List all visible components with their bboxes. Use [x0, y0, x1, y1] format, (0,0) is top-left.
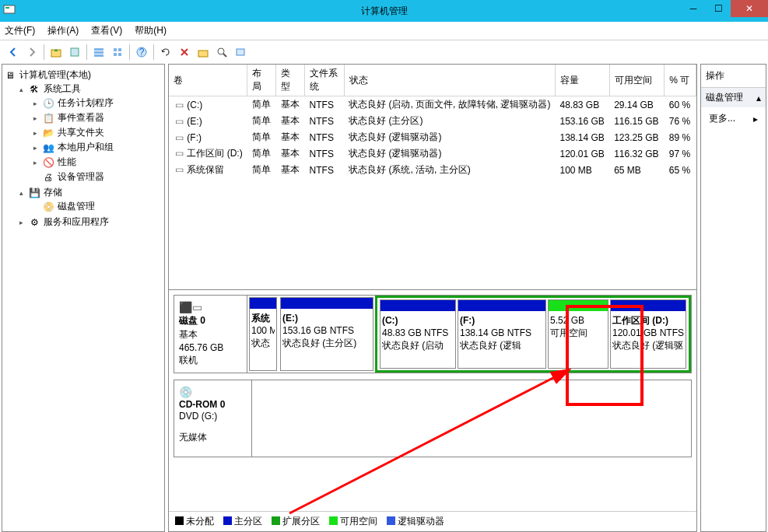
table-row[interactable]: ▭ (F:)简单基本NTFS状态良好 (逻辑驱动器)138.14 GB123.2… — [169, 129, 696, 145]
minimize-button[interactable]: ─ — [681, 0, 706, 17]
partition-c[interactable]: (C:)48.83 GB NTFS状态良好 (启动 — [380, 299, 456, 369]
legend-logical: 逻辑驱动器 — [387, 515, 444, 528]
menu-view[interactable]: 查看(V) — [91, 24, 122, 37]
partition-d[interactable]: 工作区间 (D:)120.01 GB NTFS状态良好 (逻辑驱 — [610, 299, 686, 369]
chevron-right-icon: ▸ — [753, 114, 758, 124]
col-free[interactable]: 可用空间 — [609, 65, 665, 96]
expand-icon[interactable]: ▸ — [32, 100, 39, 107]
table-row[interactable]: ▭ 工作区间 (D:)简单基本NTFS状态良好 (逻辑驱动器)120.01 GB… — [169, 145, 696, 162]
svg-point-14 — [218, 48, 224, 54]
svg-rect-0 — [4, 5, 15, 13]
title-bar: 计算机管理 ─ ☐ ✕ — [0, 0, 768, 22]
gear-icon: ⚙ — [28, 216, 40, 229]
legend-free: 可用空间 — [329, 515, 377, 528]
volume-table-wrap[interactable]: 卷 布局 类型 文件系统 状态 容量 可用空间 % 可 ▭ (C:)简单基本NT… — [169, 65, 696, 290]
properties-button[interactable] — [66, 44, 83, 61]
expand-icon[interactable]: ▸ — [32, 144, 39, 151]
svg-rect-5 — [94, 51, 103, 54]
disk-state: 无媒体 — [179, 431, 247, 444]
delete-icon[interactable] — [176, 44, 193, 61]
disk-partitions: 系统100 MB状态 (E:)153.16 GB NTFS状态良好 (主分区) … — [247, 296, 691, 373]
show-hide-tree-button[interactable] — [90, 44, 107, 61]
col-status[interactable]: 状态 — [344, 65, 555, 96]
col-layout[interactable]: 布局 — [247, 65, 276, 96]
tree-storage[interactable]: ▴💾存储 — [18, 186, 163, 199]
partition-system-reserved[interactable]: 系统100 MB状态 — [249, 297, 277, 371]
col-volume[interactable]: 卷 — [169, 65, 247, 96]
tree-event-viewer[interactable]: ▸📋事件查看器 — [32, 111, 163, 124]
col-capacity[interactable]: 容量 — [555, 65, 609, 96]
tree-local-users[interactable]: ▸👥本地用户和组 — [32, 141, 163, 154]
table-row[interactable]: ▭ (E:)简单基本NTFS状态良好 (主分区)153.16 GB116.15 … — [169, 113, 696, 129]
toolbar: ? — [0, 40, 768, 64]
svg-rect-7 — [114, 48, 117, 51]
action-more[interactable]: 更多...▸ — [701, 107, 766, 130]
partition-bar — [458, 300, 545, 311]
expand-icon[interactable]: ▸ — [32, 159, 39, 166]
folder-icon: 📂 — [42, 127, 54, 139]
back-button[interactable] — [5, 44, 22, 61]
disk-row-0[interactable]: ⬛▭ 磁盘 0 基本 465.76 GB 联机 系统100 MB状态 (E:)1… — [174, 295, 692, 373]
tree-services[interactable]: ▸⚙服务和应用程序 — [18, 215, 163, 229]
disk-map[interactable]: ⬛▭ 磁盘 0 基本 465.76 GB 联机 系统100 MB状态 (E:)1… — [169, 290, 696, 511]
expand-icon[interactable]: ▸ — [18, 219, 25, 226]
tree-pane[interactable]: 🖥计算机管理(本地) ▴🛠系统工具 ▸🕒任务计划程序 ▸📋事件查看器 ▸📂共享文… — [2, 64, 165, 532]
col-fs[interactable]: 文件系统 — [305, 65, 345, 96]
svg-rect-15 — [237, 49, 244, 55]
disk-type: 基本 — [179, 328, 242, 341]
partition-free[interactable]: 5.52 GB可用空间 — [548, 299, 608, 369]
perf-icon: 🚫 — [42, 156, 54, 169]
volume-table[interactable]: 卷 布局 类型 文件系统 状态 容量 可用空间 % 可 ▭ (C:)简单基本NT… — [169, 65, 696, 178]
expand-icon[interactable]: ▸ — [32, 129, 39, 136]
table-row[interactable]: ▭ (C:)简单基本NTFS状态良好 (启动, 页面文件, 故障转储, 逻辑驱动… — [169, 96, 696, 114]
disk-row-cdrom[interactable]: 💿 CD-ROM 0 DVD (G:) 无媒体 — [174, 380, 692, 457]
event-icon: 📋 — [42, 112, 54, 124]
legend-extended: 扩展分区 — [272, 515, 320, 528]
menu-file[interactable]: 文件(F) — [5, 24, 35, 37]
tree-task-scheduler[interactable]: ▸🕒任务计划程序 — [32, 96, 163, 110]
tree-root[interactable]: 🖥计算机管理(本地) — [4, 68, 163, 82]
clock-icon: 🕒 — [42, 97, 54, 110]
col-type[interactable]: 类型 — [276, 65, 305, 96]
help-button[interactable]: ? — [133, 44, 150, 61]
disk-header[interactable]: 💿 CD-ROM 0 DVD (G:) 无媒体 — [174, 380, 252, 457]
disk-type: DVD (G:) — [179, 411, 247, 422]
up-button[interactable] — [47, 44, 65, 61]
expand-icon[interactable]: ▸ — [32, 114, 39, 121]
action-pane: 操作 磁盘管理▴ 更多...▸ — [700, 64, 766, 532]
partition-bar — [281, 298, 373, 309]
col-percent[interactable]: % 可 — [665, 65, 696, 96]
tree-system-tools[interactable]: ▴🛠系统工具 — [18, 82, 163, 96]
legend-primary: 主分区 — [223, 515, 262, 528]
main-area: 🖥计算机管理(本地) ▴🛠系统工具 ▸🕒任务计划程序 ▸📋事件查看器 ▸📂共享文… — [0, 64, 768, 532]
view-button[interactable] — [109, 44, 126, 61]
partition-e[interactable]: (E:)153.16 GB NTFS状态良好 (主分区) — [280, 297, 373, 371]
tree-performance[interactable]: ▸🚫性能 — [32, 156, 163, 169]
partition-bar — [611, 300, 686, 311]
tree-shared-folders[interactable]: ▸📂共享文件夹 — [32, 126, 163, 139]
window-title: 计算机管理 — [361, 5, 408, 18]
tree-disk-management[interactable]: 📀磁盘管理 — [32, 200, 163, 213]
disk-header[interactable]: ⬛▭ 磁盘 0 基本 465.76 GB 联机 — [174, 296, 247, 373]
settings-icon[interactable] — [232, 44, 249, 61]
menu-help[interactable]: 帮助(H) — [135, 24, 167, 37]
close-button[interactable]: ✕ — [731, 0, 768, 17]
partition-f[interactable]: (F:)138.14 GB NTFS状态良好 (逻辑 — [458, 299, 546, 369]
open-icon[interactable] — [195, 44, 212, 61]
refresh-button[interactable] — [157, 44, 174, 61]
legend-unallocated: 未分配 — [175, 515, 214, 528]
search-icon[interactable] — [213, 44, 230, 61]
menu-action[interactable]: 操作(A) — [47, 24, 79, 37]
wrench-icon: 🛠 — [28, 83, 40, 96]
collapse-icon[interactable]: ▴ — [18, 86, 25, 93]
table-row[interactable]: ▭ 系统保留简单基本NTFS状态良好 (系统, 活动, 主分区)100 MB65… — [169, 162, 696, 178]
forward-button[interactable] — [23, 44, 40, 61]
svg-rect-13 — [198, 51, 208, 57]
collapse-icon[interactable]: ▴ — [18, 189, 25, 196]
action-group[interactable]: 磁盘管理▴ — [701, 88, 766, 107]
tree-device-manager[interactable]: 🖨设备管理器 — [32, 170, 163, 184]
app-icon — [3, 3, 16, 16]
chevron-up-icon: ▴ — [756, 93, 761, 103]
maximize-button[interactable]: ☐ — [706, 0, 731, 17]
extended-partition: (C:)48.83 GB NTFS状态良好 (启动 (F:)138.14 GB … — [375, 296, 691, 373]
